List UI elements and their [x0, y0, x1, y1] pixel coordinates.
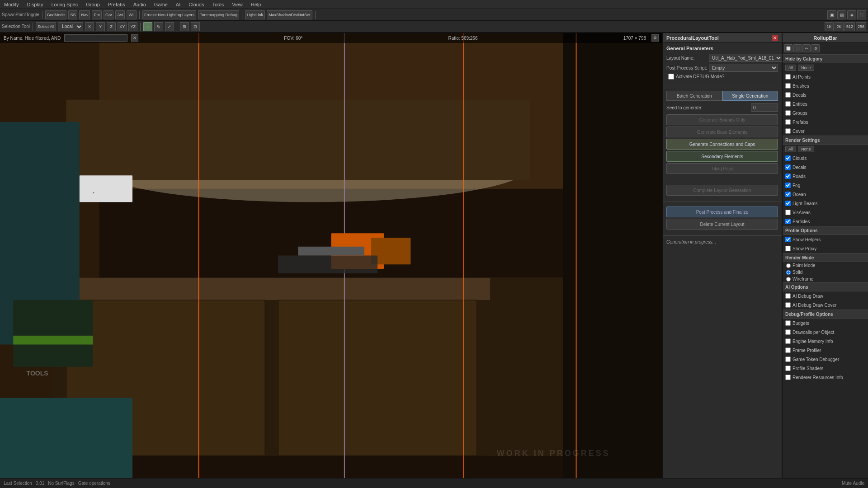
- menu-loring-spec[interactable]: Loring Spec: [50, 2, 79, 7]
- tb-scale[interactable]: ⤢: [165, 22, 174, 31]
- tb-move[interactable]: ↕: [143, 22, 152, 31]
- tb-snap[interactable]: ⊡: [191, 22, 200, 31]
- rb-all-btn[interactable]: All: [785, 65, 796, 71]
- plt-delete-btn[interactable]: Delete Current Layout: [666, 219, 778, 230]
- tb-z[interactable]: Z: [107, 22, 116, 31]
- tb-icon-1[interactable]: ▣: [827, 10, 836, 19]
- rb-entities-checkbox[interactable]: [785, 101, 791, 107]
- rb-drawcalls-checkbox[interactable]: [785, 329, 791, 335]
- rb-tb-4[interactable]: ⚙: [811, 44, 820, 52]
- tb-icon-4[interactable]: ⬛: [857, 10, 866, 19]
- plt-seed-input[interactable]: [751, 103, 778, 112]
- viewport[interactable]: + TOOLS: [0, 33, 662, 478]
- menu-display[interactable]: Display: [25, 2, 44, 7]
- plt-post-process-select[interactable]: Empty: [709, 64, 778, 72]
- tb-navdebug[interactable]: Nav: [79, 10, 90, 19]
- menu-game[interactable]: Game: [153, 2, 169, 7]
- tb-coord-dropdown[interactable]: Local World: [58, 22, 83, 31]
- plt-complete-btn[interactable]: Complete Layout Generation: [666, 185, 778, 196]
- rb-light-beams-checkbox[interactable]: [785, 201, 791, 206]
- plt-layout-name-select[interactable]: Util_A_Hab_Pod_Sml_A18_01: [709, 54, 782, 62]
- rb-ocean-checkbox[interactable]: [785, 192, 791, 197]
- menu-audio[interactable]: Audio: [132, 2, 147, 7]
- tb-x[interactable]: X: [85, 22, 94, 31]
- rb-brushes-checkbox[interactable]: [785, 83, 791, 89]
- menu-prefabs[interactable]: Prefabs: [107, 2, 127, 7]
- plt-generate-bounds-btn[interactable]: Generate Bounds Only: [666, 114, 778, 125]
- tb-r-1k[interactable]: 1K: [825, 22, 834, 31]
- rb-engine-memory-checkbox[interactable]: [785, 338, 791, 344]
- tb-r-2k[interactable]: 2K: [835, 22, 844, 31]
- plt-connections-btn[interactable]: Generate Connections and Caps: [666, 139, 778, 150]
- plt-debug-checkbox[interactable]: [668, 74, 674, 80]
- rb-particles-checkbox[interactable]: [785, 219, 791, 224]
- tb-yz[interactable]: YZ: [128, 22, 137, 31]
- tb-grid[interactable]: ⊞: [180, 22, 189, 31]
- rb-ai-debug-draw-cover-checkbox[interactable]: [785, 302, 791, 308]
- rb-point-mode-radio[interactable]: [786, 263, 791, 268]
- plt-tiling-btn[interactable]: Tiling Pass: [666, 163, 778, 174]
- menu-modify[interactable]: Modify: [3, 2, 20, 7]
- tb-asteroidgen[interactable]: Ast: [115, 10, 125, 19]
- tb-godmode[interactable]: GodMode: [45, 10, 67, 19]
- rb-visareas-checkbox[interactable]: [785, 210, 791, 215]
- rb-clouds-checkbox[interactable]: [785, 155, 791, 161]
- rb-profile-shaders-checkbox[interactable]: [785, 366, 791, 371]
- rb-none-btn[interactable]: None: [798, 65, 814, 71]
- tb-icon-2[interactable]: ▤: [837, 10, 846, 19]
- tb-icon-3[interactable]: ◈: [847, 10, 856, 19]
- plt-tab-single[interactable]: Single Generation: [722, 91, 778, 101]
- tb-lightlink[interactable]: LightLink: [245, 10, 265, 19]
- tb-xy[interactable]: XY: [118, 22, 127, 31]
- rb-wireframe-radio[interactable]: [786, 277, 791, 282]
- rb-prefabs-checkbox[interactable]: [785, 119, 791, 125]
- rb-fog-checkbox[interactable]: [785, 183, 791, 188]
- plt-generate-base-btn[interactable]: Generate Base Elements: [666, 127, 778, 137]
- rb-tb-1[interactable]: ⬜: [784, 44, 793, 52]
- tb-workinglight[interactable]: WL: [127, 10, 137, 19]
- viewport-search[interactable]: [64, 34, 127, 42]
- rb-render-all-btn[interactable]: All: [785, 146, 796, 152]
- menu-clouds[interactable]: Clouds: [187, 2, 205, 7]
- menu-tools[interactable]: Tools: [211, 2, 225, 7]
- rb-frame-profiler-checkbox[interactable]: [785, 347, 791, 353]
- plt-secondary-btn[interactable]: Secondary Elements: [666, 151, 778, 162]
- rb-show-proxy-checkbox[interactable]: [785, 246, 791, 251]
- tb-r-256[interactable]: 256: [856, 22, 866, 31]
- tb-proxydebug[interactable]: Prx: [92, 10, 102, 19]
- rb-decals-checkbox[interactable]: [785, 92, 791, 98]
- tb-maxshadow[interactable]: MaxShadowDistNotSet: [267, 10, 312, 19]
- rb-renderer-resources-checkbox[interactable]: [785, 375, 791, 380]
- rb-game-token-checkbox[interactable]: [785, 357, 791, 362]
- tb-subsurface[interactable]: SS: [68, 10, 77, 19]
- menu-group[interactable]: Group: [85, 2, 101, 7]
- rb-decals-render-checkbox[interactable]: [785, 164, 791, 170]
- tb-tonemapping[interactable]: Tonemapping Debug: [198, 10, 239, 19]
- tb-rotate[interactable]: ↻: [154, 22, 163, 31]
- clear-search-btn[interactable]: ✕: [131, 34, 138, 42]
- menu-ai[interactable]: AI: [175, 2, 182, 7]
- tb-y[interactable]: Y: [96, 22, 105, 31]
- rb-ai-debug-draw-checkbox[interactable]: [785, 293, 791, 299]
- tb-freeze[interactable]: Freeze Non-Lighting Layers: [142, 10, 196, 19]
- tb-select-all[interactable]: Select All: [36, 22, 56, 31]
- rb-roads-checkbox[interactable]: [785, 174, 791, 179]
- viewport-settings-btn[interactable]: ⚙: [651, 34, 659, 42]
- plt-close-btn[interactable]: ✕: [772, 35, 778, 41]
- tb-gravitydebug[interactable]: Grv: [104, 10, 114, 19]
- rb-cover-checkbox[interactable]: [785, 128, 791, 134]
- tb-r-512[interactable]: 512: [844, 22, 855, 31]
- rb-tb-2[interactable]: ⬛: [793, 44, 802, 52]
- menu-view[interactable]: View: [231, 2, 244, 7]
- rb-ai-points-checkbox[interactable]: [785, 74, 791, 80]
- rb-solid-radio[interactable]: [786, 270, 791, 275]
- rb-budgets-checkbox[interactable]: [785, 320, 791, 326]
- plt-tab-batch[interactable]: Batch Generation: [666, 91, 722, 101]
- menu-help[interactable]: Help: [250, 2, 263, 7]
- rb-render-none-btn[interactable]: None: [798, 146, 814, 152]
- rb-groups-checkbox[interactable]: [785, 110, 791, 116]
- plt-post-process-btn[interactable]: Post Process and Finalize: [666, 206, 778, 217]
- rb-tb-3[interactable]: ✏: [802, 44, 811, 52]
- rb-show-helpers-checkbox[interactable]: [785, 237, 791, 242]
- rb-hide-by-category-header: Hide by Category: [783, 54, 868, 63]
